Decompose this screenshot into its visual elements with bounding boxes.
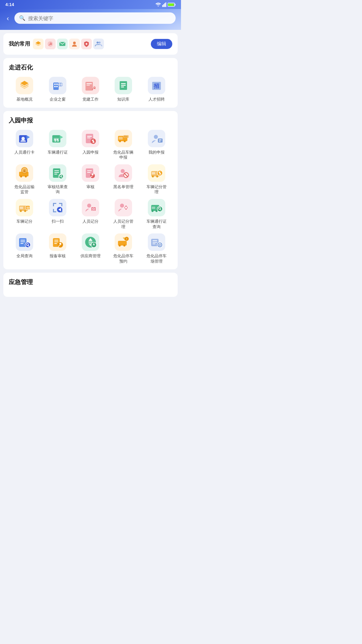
zoujin-title: 走进石化 — [9, 63, 172, 71]
edit-button[interactable]: 编辑 — [151, 39, 172, 49]
search-icon: 🔍 — [19, 15, 25, 21]
svg-point-118 — [156, 210, 158, 212]
item-zhaopin[interactable]: 招 聘 人才招聘 — [141, 77, 172, 102]
item-audit-query[interactable]: 审核结果查询 — [42, 164, 73, 195]
svg-rect-79 — [87, 170, 92, 171]
svg-rect-72 — [54, 170, 59, 171]
svg-marker-49 — [60, 135, 63, 139]
car-pass-query-icon — [150, 201, 163, 214]
item-zhaopin-label: 人才招聘 — [148, 97, 165, 102]
item-qiye[interactable]: 企业之窗 — [42, 77, 73, 102]
item-haz-parking-book[interactable]: ! 危化品停车预约 — [108, 233, 139, 264]
report-audit-icon — [51, 235, 64, 249]
svg-point-62 — [154, 135, 158, 139]
time: 4:14 — [5, 2, 14, 7]
item-supplier[interactable]: 供应商管理 — [75, 233, 106, 264]
svg-rect-24 — [54, 86, 56, 87]
recruit-icon: 招 聘 — [150, 79, 163, 92]
item-haz-car[interactable]: 危化 危化品车辆申报 — [108, 130, 139, 160]
svg-point-68 — [25, 175, 27, 177]
svg-rect-116 — [152, 207, 155, 209]
item-person-card[interactable]: 人员通行卡 — [9, 130, 40, 160]
car-score-icon: 分 — [18, 201, 31, 214]
svg-point-47 — [55, 140, 56, 142]
item-report-audit[interactable]: 报备审核 — [42, 233, 73, 264]
party-icon: ☭ — [84, 79, 97, 92]
item-car-score[interactable]: 分 车辆记分 — [9, 199, 40, 229]
item-haz-parking-book-label: 危化品停车预约 — [113, 254, 133, 264]
item-global-query[interactable]: 全局查询 — [9, 233, 40, 264]
status-bar: 4:14 — [0, 0, 181, 9]
my-used-left: 我的常用 ☭ — [9, 39, 104, 49]
ruyuan-card: 入园申报 人员通行卡 — [3, 111, 178, 270]
item-haz-car-label: 危化品车辆申报 — [113, 150, 133, 160]
svg-rect-3 — [164, 3, 165, 7]
svg-rect-105 — [53, 209, 54, 212]
item-audit-query-label: 审核结果查询 — [48, 184, 68, 195]
item-car-pass-query[interactable]: 车辆通行证查询 — [141, 199, 172, 229]
svg-rect-64 — [159, 140, 162, 140]
svg-rect-23 — [56, 84, 58, 85]
item-my-apply[interactable]: 我的申报 — [141, 130, 172, 160]
svg-point-117 — [152, 210, 154, 212]
svg-point-48 — [57, 140, 59, 142]
item-jidì[interactable]: 基地概况 — [9, 77, 40, 102]
svg-rect-46 — [57, 139, 58, 140]
svg-point-67 — [20, 175, 22, 177]
item-person-score-label: 人员记分 — [82, 219, 99, 224]
svg-point-90 — [156, 175, 158, 177]
search-input[interactable] — [28, 15, 171, 21]
search-bar[interactable]: 🔍 — [14, 12, 176, 24]
svg-rect-25 — [56, 86, 58, 87]
svg-point-96 — [20, 210, 22, 212]
car-score-manage-icon — [150, 166, 163, 180]
item-car-pass[interactable]: 车辆通行证 — [42, 130, 73, 160]
wifi-icon — [156, 3, 161, 6]
layers-icon — [18, 79, 31, 92]
haz-car-icon: 危化 — [117, 132, 130, 145]
item-audit[interactable]: 审核 — [75, 164, 106, 195]
building-globe-icon — [51, 79, 64, 92]
item-zhishi[interactable]: 知识库 — [108, 77, 139, 102]
header: ‹ 🔍 — [0, 9, 181, 30]
svg-point-113 — [120, 204, 124, 208]
item-haz-transport-label: 危化品运输监管 — [14, 184, 35, 195]
item-car-score-manage-label: 车辆记分管理 — [146, 184, 167, 195]
item-person-score-manage[interactable]: 人员记分管理 — [108, 199, 139, 229]
audit-query-icon — [51, 166, 64, 180]
item-haz-transport[interactable]: 监 危化品运输监管 — [9, 164, 40, 195]
item-supplier-label: 供应商管理 — [80, 254, 101, 259]
yingji-title: 应急管理 — [9, 278, 172, 286]
svg-rect-123 — [20, 240, 25, 240]
item-jidi-label: 基地概况 — [16, 97, 33, 102]
svg-marker-8 — [36, 41, 41, 45]
back-button[interactable]: ‹ — [5, 13, 10, 23]
item-qiye-label: 企业之窗 — [50, 97, 66, 102]
item-apply[interactable]: 入园申报 — [75, 130, 106, 160]
scan-icon — [51, 201, 64, 214]
item-zhishi-label: 知识库 — [117, 97, 129, 102]
item-blacklist[interactable]: 黑名单管理 — [108, 164, 139, 195]
svg-marker-42 — [26, 135, 30, 139]
ruyuan-title: 入园申报 — [9, 116, 172, 124]
item-haz-parking-manage[interactable]: 危化品停车场管理 — [141, 233, 172, 264]
svg-rect-125 — [20, 243, 23, 244]
svg-rect-132 — [54, 243, 57, 244]
svg-rect-73 — [54, 172, 59, 173]
item-car-score-manage[interactable]: 车辆记分管理 — [141, 164, 172, 195]
svg-rect-57 — [119, 137, 123, 140]
my-used-icons: ☭ — [33, 39, 104, 49]
item-car-pass-query-label: 车辆通行证查询 — [146, 219, 167, 229]
haz-parking-manage-icon — [150, 235, 163, 249]
item-person-score[interactable]: 分 人员记分 — [75, 199, 106, 229]
svg-point-59 — [124, 140, 126, 142]
svg-point-143 — [119, 245, 121, 247]
svg-rect-1 — [162, 5, 163, 7]
ruyuan-grid: 人员通行卡 车辆通行证 — [9, 130, 172, 264]
mini-people-icon — [93, 39, 104, 49]
status-icons — [156, 2, 176, 7]
item-dangjian[interactable]: ☭ 党建工作 — [75, 77, 106, 102]
item-scan[interactable]: 扫一扫 — [42, 199, 73, 229]
svg-rect-130 — [54, 240, 58, 240]
svg-rect-6 — [175, 4, 176, 5]
